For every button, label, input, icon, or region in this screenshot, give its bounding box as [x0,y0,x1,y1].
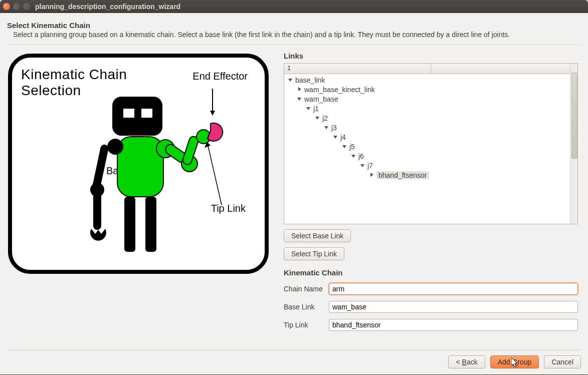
chevron-right-icon[interactable] [297,87,302,92]
tree-row[interactable]: wam_base_kinect_link [284,85,570,94]
svg-rect-4 [124,197,135,252]
tree-item-label: j5 [349,143,355,151]
tree-item-label: base_link [295,76,325,84]
tree-column-header[interactable]: 1 [284,64,431,74]
svg-rect-5 [145,197,156,252]
close-icon[interactable] [3,3,10,10]
chevron-right-icon[interactable] [369,173,374,178]
chain-name-label: Chain Name [284,285,329,293]
svg-rect-9 [93,190,101,230]
tree-row[interactable]: j2 [284,113,570,123]
tree-row[interactable]: base_link [284,75,570,85]
end-effector-label: End Effector [192,71,248,82]
chevron-down-icon[interactable] [333,135,338,140]
illustration-frame: Kinematic Chain Selection End Effector B… [8,54,269,274]
right-panel: Links 1 base_linkwam_base_kinect_linkwam… [284,52,581,350]
window-controls [3,3,30,10]
chevron-down-icon[interactable] [360,163,365,168]
chain-name-row: Chain Name [284,283,578,295]
chain-name-input[interactable] [329,283,578,295]
chevron-down-icon[interactable] [351,154,356,159]
scrollbar-thumb[interactable] [571,73,577,159]
tree-item-label: bhand_ftsensor [376,171,429,179]
svg-marker-16 [210,111,215,116]
svg-rect-2 [141,109,152,118]
chevron-down-icon[interactable] [315,116,320,121]
minimize-icon[interactable] [13,3,20,10]
tip-link-row: Tip Link [284,319,578,331]
scrollbar[interactable] [570,64,577,224]
base-link-field-label: Base Link [284,303,329,311]
tree-item-label: wam_base_kinect_link [304,86,375,94]
tree-item-label: j4 [340,133,346,141]
illustration-panel: Kinematic Chain Selection End Effector B… [7,52,275,350]
titlebar[interactable]: planning_description_configuration_wizar… [0,0,588,13]
chevron-down-icon[interactable] [288,78,293,83]
divider [7,45,581,46]
tree-row[interactable]: wam_base [284,94,570,104]
tip-link-field-label: Tip Link [284,321,329,329]
svg-rect-1 [123,109,134,118]
tree-item-label: j1 [313,105,319,113]
tree-row[interactable]: j6 [284,151,570,161]
svg-rect-7 [92,144,109,189]
chevron-down-icon[interactable] [306,106,311,111]
base-link-input[interactable] [329,301,578,313]
maximize-icon[interactable] [23,3,30,10]
tree-item-label: j3 [331,124,337,132]
window: planning_description_configuration_wizar… [0,0,588,375]
page-description: Select a planning group based on a kinem… [13,31,581,39]
chain-section-label: Kinematic Chain [284,268,578,277]
svg-rect-0 [112,97,162,136]
chevron-down-icon[interactable] [342,144,347,149]
tree-item-label: j7 [367,162,373,170]
tree-item-label: j2 [322,114,328,122]
tree-item-label: wam_base [304,95,338,103]
tree-row[interactable]: bhand_ftsensor [284,170,570,180]
select-tip-link-button[interactable]: Select Tip Link [284,247,344,260]
footer: < Back Add Group Cancel [7,350,581,374]
svg-line-17 [208,144,222,205]
select-base-link-button[interactable]: Select Base Link [284,229,351,242]
tree-row[interactable]: j3 [284,123,570,132]
links-tree[interactable]: 1 base_linkwam_base_kinect_linkwam_basej… [284,63,578,224]
tree-row[interactable]: j1 [284,104,570,113]
chevron-down-icon[interactable] [297,97,302,102]
back-button[interactable]: < Back [448,355,485,368]
cancel-button[interactable]: Cancel [544,355,581,368]
tree-item-label: j6 [358,152,364,160]
add-group-button[interactable]: Add Group [490,355,539,368]
content-area: Select Kinematic Chain Select a planning… [0,13,588,374]
tree-row[interactable]: j7 [284,161,570,170]
links-section-label: Links [284,52,578,60]
base-link-row: Base Link [284,301,578,313]
tree-row[interactable]: j5 [284,142,570,151]
robot-icon [62,83,243,268]
svg-point-6 [107,139,123,155]
tree-header[interactable]: 1 [284,64,570,74]
page-title: Select Kinematic Chain [7,21,581,30]
window-title: planning_description_configuration_wizar… [35,3,180,11]
chevron-down-icon[interactable] [324,125,329,130]
tree-row[interactable]: j4 [284,132,570,142]
tip-link-input[interactable] [329,319,578,331]
